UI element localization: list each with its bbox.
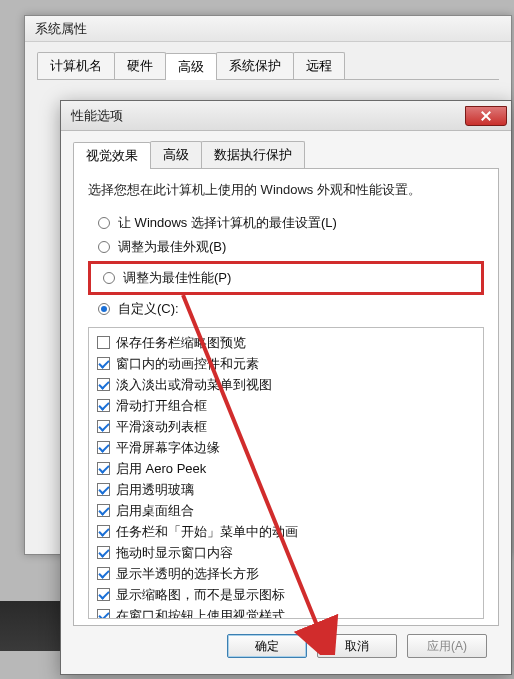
checkbox-icon <box>97 588 110 601</box>
list-item-label: 任务栏和「开始」菜单中的动画 <box>116 523 298 541</box>
checkbox-icon <box>97 567 110 580</box>
radio-custom[interactable]: 自定义(C): <box>88 297 484 321</box>
dialog-button-bar: 确定 取消 应用(A) <box>73 626 499 666</box>
apply-button[interactable]: 应用(A) <box>407 634 487 658</box>
radio-best-performance[interactable]: 调整为最佳性能(P) <box>93 266 479 290</box>
list-item[interactable]: 滑动打开组合框 <box>93 395 483 416</box>
list-item-label: 保存任务栏缩略图预览 <box>116 334 246 352</box>
list-item-label: 淡入淡出或滑动菜单到视图 <box>116 376 272 394</box>
performance-options-titlebar[interactable]: 性能选项 <box>61 101 511 131</box>
close-icon <box>481 111 491 121</box>
list-item-label: 拖动时显示窗口内容 <box>116 544 233 562</box>
system-properties-title: 系统属性 <box>35 21 87 36</box>
checkbox-icon <box>97 336 110 349</box>
radio-icon <box>98 303 110 315</box>
tab-perf-advanced[interactable]: 高级 <box>150 141 202 168</box>
checkbox-icon <box>97 504 110 517</box>
ok-button[interactable]: 确定 <box>227 634 307 658</box>
list-item[interactable]: 窗口内的动画控件和元素 <box>93 353 483 374</box>
list-item-label: 滑动打开组合框 <box>116 397 207 415</box>
list-item[interactable]: 启用 Aero Peek <box>93 458 483 479</box>
tab-hardware[interactable]: 硬件 <box>114 52 166 79</box>
radio-icon <box>98 217 110 229</box>
list-item[interactable]: 在窗口和按钮上使用视觉样式 <box>93 605 483 619</box>
list-item[interactable]: 淡入淡出或滑动菜单到视图 <box>93 374 483 395</box>
system-properties-titlebar[interactable]: 系统属性 <box>25 16 511 42</box>
list-item-label: 窗口内的动画控件和元素 <box>116 355 259 373</box>
tab-advanced[interactable]: 高级 <box>165 53 217 80</box>
list-item-label: 启用透明玻璃 <box>116 481 194 499</box>
checkbox-icon <box>97 546 110 559</box>
cancel-button[interactable]: 取消 <box>317 634 397 658</box>
radio-label: 让 Windows 选择计算机的最佳设置(L) <box>118 214 337 232</box>
checkbox-icon <box>97 441 110 454</box>
checkbox-icon <box>97 378 110 391</box>
performance-options-window: 性能选项 视觉效果 高级 数据执行保护 选择您想在此计算机上使用的 Window… <box>60 100 512 675</box>
checkbox-icon <box>97 399 110 412</box>
checkbox-icon <box>97 609 110 619</box>
tab-system-protection[interactable]: 系统保护 <box>216 52 294 79</box>
list-item[interactable]: 平滑屏幕字体边缘 <box>93 437 483 458</box>
visual-effects-panel: 选择您想在此计算机上使用的 Windows 外观和性能设置。 让 Windows… <box>73 169 499 626</box>
list-item-label: 显示半透明的选择长方形 <box>116 565 259 583</box>
list-item-label: 平滑滚动列表框 <box>116 418 207 436</box>
effects-list[interactable]: 保存任务栏缩略图预览 窗口内的动画控件和元素 淡入淡出或滑动菜单到视图 滑动打开… <box>88 327 484 619</box>
list-item[interactable]: 启用透明玻璃 <box>93 479 483 500</box>
list-item[interactable]: 任务栏和「开始」菜单中的动画 <box>93 521 483 542</box>
checkbox-icon <box>97 483 110 496</box>
checkbox-icon <box>97 357 110 370</box>
radio-label: 调整为最佳外观(B) <box>118 238 226 256</box>
close-button[interactable] <box>465 106 507 126</box>
list-item-label: 启用 Aero Peek <box>116 460 206 478</box>
panel-hint: 选择您想在此计算机上使用的 Windows 外观和性能设置。 <box>88 181 484 199</box>
checkbox-icon <box>97 525 110 538</box>
list-item[interactable]: 显示半透明的选择长方形 <box>93 563 483 584</box>
tab-remote[interactable]: 远程 <box>293 52 345 79</box>
performance-options-title: 性能选项 <box>71 107 123 125</box>
radio-label: 自定义(C): <box>118 300 179 318</box>
radio-best-appearance[interactable]: 调整为最佳外观(B) <box>88 235 484 259</box>
list-item[interactable]: 显示缩略图，而不是显示图标 <box>93 584 483 605</box>
list-item-label: 显示缩略图，而不是显示图标 <box>116 586 285 604</box>
checkbox-icon <box>97 462 110 475</box>
tab-dep[interactable]: 数据执行保护 <box>201 141 305 168</box>
list-item-label: 平滑屏幕字体边缘 <box>116 439 220 457</box>
tab-visual-effects[interactable]: 视觉效果 <box>73 142 151 169</box>
radio-label: 调整为最佳性能(P) <box>123 269 231 287</box>
radio-icon <box>103 272 115 284</box>
perf-tabs: 视觉效果 高级 数据执行保护 <box>73 141 499 169</box>
tab-computer-name[interactable]: 计算机名 <box>37 52 115 79</box>
taskbar-fragment <box>0 601 60 651</box>
radio-let-windows[interactable]: 让 Windows 选择计算机的最佳设置(L) <box>88 211 484 235</box>
checkbox-icon <box>97 420 110 433</box>
list-item[interactable]: 启用桌面组合 <box>93 500 483 521</box>
list-item-label: 启用桌面组合 <box>116 502 194 520</box>
system-properties-tabs: 计算机名 硬件 高级 系统保护 远程 <box>37 52 499 80</box>
radio-icon <box>98 241 110 253</box>
list-item-label: 在窗口和按钮上使用视觉样式 <box>116 607 285 620</box>
list-item[interactable]: 保存任务栏缩略图预览 <box>93 332 483 353</box>
list-item[interactable]: 拖动时显示窗口内容 <box>93 542 483 563</box>
performance-options-body: 视觉效果 高级 数据执行保护 选择您想在此计算机上使用的 Windows 外观和… <box>61 131 511 674</box>
system-properties-body: 计算机名 硬件 高级 系统保护 远程 <box>25 42 511 90</box>
highlight-box: 调整为最佳性能(P) <box>88 261 484 295</box>
list-item[interactable]: 平滑滚动列表框 <box>93 416 483 437</box>
